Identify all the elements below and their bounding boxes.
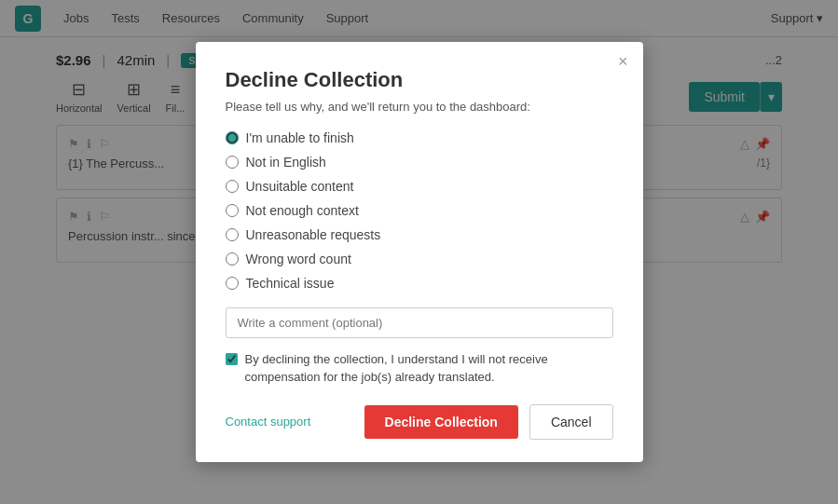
radio-unable-input[interactable]	[226, 131, 239, 144]
contact-support-link[interactable]: Contact support	[226, 415, 311, 429]
radio-technical-input[interactable]	[226, 277, 239, 290]
modal-close-button[interactable]: ×	[618, 53, 628, 70]
radio-unsuitable[interactable]: Unsuitable content	[226, 179, 613, 194]
radio-unable[interactable]: I'm unable to finish	[226, 130, 613, 145]
radio-not-english[interactable]: Not in English	[226, 155, 613, 170]
modal-overlay: × Decline Collection Please tell us why,…	[0, 0, 838, 504]
radio-not-enough-label: Not enough context	[246, 203, 359, 218]
reason-radio-group: I'm unable to finish Not in English Unsu…	[226, 130, 613, 291]
comment-input[interactable]	[226, 307, 613, 338]
cancel-button[interactable]: Cancel	[529, 404, 613, 440]
radio-wrong-word-label: Wrong word count	[246, 252, 351, 266]
radio-unsuitable-label: Unsuitable content	[246, 179, 354, 194]
checkbox-row: By declining the collection, I understan…	[226, 351, 613, 385]
radio-technical-label: Technical issue	[246, 276, 335, 291]
radio-wrong-word-input[interactable]	[226, 252, 239, 266]
modal-title: Decline Collection	[226, 68, 613, 92]
radio-unreasonable[interactable]: Unreasonable requests	[226, 227, 613, 242]
checkbox-label: By declining the collection, I understan…	[245, 351, 613, 385]
radio-wrong-word[interactable]: Wrong word count	[226, 252, 613, 266]
radio-not-enough[interactable]: Not enough context	[226, 203, 613, 218]
modal-footer: Contact support Decline Collection Cance…	[226, 404, 613, 440]
radio-not-english-input[interactable]	[226, 156, 239, 169]
understand-checkbox[interactable]	[226, 353, 238, 365]
radio-not-english-label: Not in English	[246, 155, 326, 170]
radio-technical[interactable]: Technical issue	[226, 276, 613, 291]
decline-collection-modal: × Decline Collection Please tell us why,…	[196, 42, 643, 461]
radio-unable-label: I'm unable to finish	[246, 130, 354, 145]
decline-collection-button[interactable]: Decline Collection	[364, 405, 518, 439]
radio-unreasonable-input[interactable]	[226, 228, 239, 241]
radio-unreasonable-label: Unreasonable requests	[246, 227, 381, 242]
radio-unsuitable-input[interactable]	[226, 180, 239, 193]
modal-subtitle: Please tell us why, and we'll return you…	[226, 100, 613, 114]
radio-not-enough-input[interactable]	[226, 204, 239, 217]
